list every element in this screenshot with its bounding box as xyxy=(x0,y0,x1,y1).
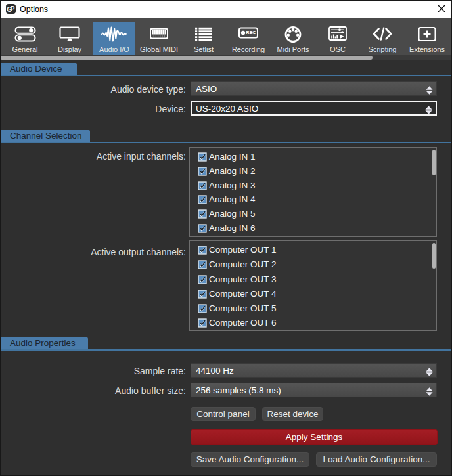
svg-text:REC: REC xyxy=(246,30,256,35)
svg-text:P: P xyxy=(11,5,15,12)
